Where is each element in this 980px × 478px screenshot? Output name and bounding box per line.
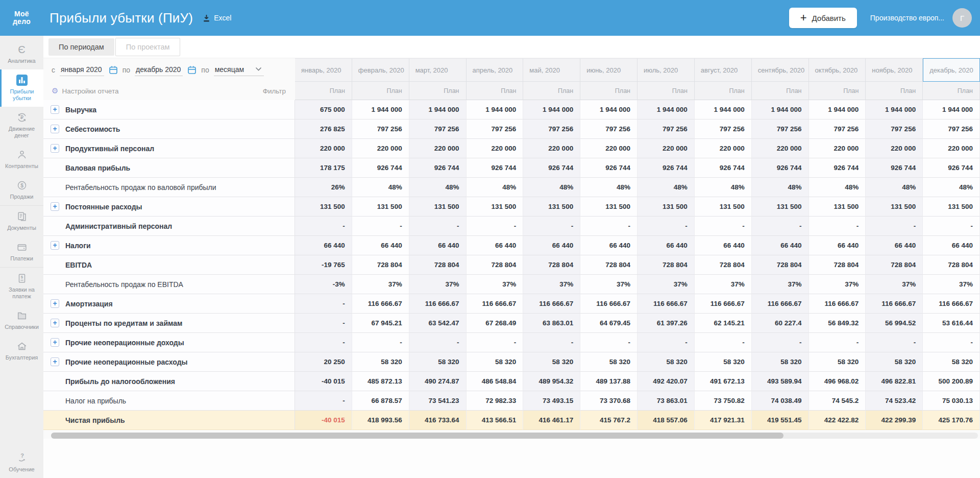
value-cell: 220 000 (467, 139, 524, 158)
value-cell: 66 440 (523, 236, 580, 255)
sidebar-item-directories[interactable]: Справочники (0, 305, 43, 336)
value-cell: - (638, 217, 695, 236)
month-header-cell[interactable]: ноябрь, 2020 (866, 58, 923, 82)
month-header-cell[interactable]: август, 2020 (695, 58, 752, 82)
value-cell: 116 666.67 (409, 294, 467, 314)
expand-row-button[interactable]: + (51, 319, 59, 327)
value-cell: - (752, 217, 809, 236)
expand-row-button[interactable]: + (51, 144, 59, 153)
horizontal-scrollbar[interactable] (51, 433, 978, 439)
sidebar-item-training[interactable]: ?Обучение (0, 447, 43, 478)
sidebar-item-label: Движение денег (1, 126, 42, 139)
month-header-cell[interactable]: сентябрь, 2020 (752, 58, 809, 82)
documents-icon (1, 210, 42, 223)
sidebar-item-contractors[interactable]: Контрагенты (0, 144, 43, 175)
value-cell: 58 320 (695, 352, 752, 372)
value-cell: 66 440 (866, 236, 923, 255)
plan-header-cell: План (467, 82, 524, 100)
value-cell: 220 000 (866, 139, 923, 158)
value-cell: 797 256 (352, 119, 409, 139)
scrollbar-thumb[interactable] (51, 433, 783, 439)
expand-row-button[interactable]: + (51, 357, 59, 366)
value-cell: 20 250 (295, 352, 352, 372)
payments-icon (1, 241, 42, 253)
table-row: +Прочие неоперационные расходы20 25058 3… (43, 352, 980, 372)
month-header-cell[interactable]: июнь, 2020 (580, 58, 638, 82)
value-cell: 1 944 000 (695, 100, 752, 119)
sidebar-item-documents[interactable]: Документы (0, 205, 43, 236)
expand-row-button[interactable]: + (51, 241, 59, 250)
expand-row-button[interactable]: + (51, 105, 59, 114)
plan-header-cell: План (295, 82, 352, 100)
expand-row-button[interactable]: + (51, 338, 59, 347)
table-row: Налог на прибыль-66 878.5773 541.2372 98… (43, 391, 980, 411)
calendar-icon[interactable] (187, 65, 197, 75)
report-settings-bar: ⚙ Настройки отчета Фильтр (43, 82, 295, 100)
value-cell: 74 038.49 (752, 391, 809, 411)
sidebar-item-accounting[interactable]: Бухгалтерия (0, 336, 43, 366)
expand-row-button[interactable]: + (51, 125, 59, 133)
app-logo[interactable]: Моё дело (0, 10, 43, 26)
value-cell: 60 227.4 (752, 314, 809, 333)
month-header-cell[interactable]: январь, 2020 (295, 58, 352, 82)
expand-row-button[interactable]: + (51, 299, 59, 308)
value-cell: 131 500 (523, 197, 580, 217)
month-header-cell[interactable]: апрель, 2020 (467, 58, 524, 82)
value-cell: 926 744 (809, 158, 866, 178)
value-cell: - (467, 217, 524, 236)
value-cell: 797 256 (752, 119, 809, 139)
date-from-input[interactable]: января 2020 (60, 64, 104, 76)
row-label-cell: +Проценты по кредитам и займам (43, 314, 295, 333)
value-cell: 74 523.42 (866, 391, 923, 411)
sidebar-item-profit-loss[interactable]: Прибыли убытки (0, 69, 43, 107)
value-cell: 220 000 (409, 139, 467, 158)
sidebar-item-analytics[interactable]: ЄАналитика (0, 39, 43, 69)
value-cell: 48% (695, 178, 752, 197)
month-header-cell[interactable]: март, 2020 (409, 58, 467, 82)
month-header-cell[interactable]: декабрь, 2020 (923, 58, 980, 82)
value-cell: 1 944 000 (352, 100, 409, 119)
plan-header-cell: План (409, 82, 467, 100)
value-cell: 48% (752, 178, 809, 197)
granularity-select[interactable]: месяцам (214, 64, 264, 76)
sidebar-item-sales[interactable]: $Продажи (0, 175, 43, 205)
calendar-icon[interactable] (109, 65, 118, 75)
value-cell: 422 422.82 (809, 411, 866, 430)
row-label-cell: +Постоянные расходы (43, 197, 295, 217)
table-row: +Себестоимость276 825797 256797 256797 2… (43, 119, 980, 139)
sidebar-item-money-flow[interactable]: ₽Движение денег (0, 107, 43, 144)
directories-icon (1, 309, 42, 322)
add-button[interactable]: + Добавить (789, 8, 857, 28)
sidebar-item-label: Справочники (1, 324, 42, 330)
excel-export-button[interactable]: Excel (202, 14, 231, 22)
date-to-input[interactable]: декабрь 2020 (135, 64, 183, 76)
value-cell: 116 666.67 (638, 294, 695, 314)
table-row: EBITDA-19 765728 804728 804728 804728 80… (43, 255, 980, 275)
expand-row-button[interactable]: + (51, 202, 59, 211)
value-cell: 75 030.13 (923, 391, 980, 411)
value-cell: 67 268.49 (467, 314, 524, 333)
row-label: Прибыль до налогообложения (65, 377, 175, 386)
month-header-cell[interactable]: май, 2020 (523, 58, 580, 82)
main-area: По периодамПо проектам с января 2020 по … (43, 36, 980, 478)
month-header-cell[interactable]: октябрь, 2020 (809, 58, 866, 82)
value-cell: - (409, 217, 467, 236)
month-header-cell[interactable]: февраль, 2020 (352, 58, 409, 82)
filter-link[interactable]: Фильтр (263, 87, 286, 95)
avatar[interactable]: Г (952, 8, 972, 28)
company-name[interactable]: Производство европ... (870, 14, 944, 22)
value-cell: 276 825 (295, 119, 352, 139)
plan-header-cell: План (809, 82, 866, 100)
report-settings-link[interactable]: Настройки отчета (62, 87, 118, 95)
value-cell: 116 666.67 (523, 294, 580, 314)
value-cell: 178 175 (295, 158, 352, 178)
tab-by-projects[interactable]: По проектам (115, 38, 181, 56)
month-header-cell[interactable]: июль, 2020 (638, 58, 695, 82)
value-cell: 797 256 (866, 119, 923, 139)
sidebar-item-payments[interactable]: Платежи (0, 236, 43, 267)
value-cell: 48% (467, 178, 524, 197)
tab-by-periods[interactable]: По периодам (48, 38, 114, 56)
svg-text:₽: ₽ (20, 115, 23, 120)
value-cell: 116 666.67 (752, 294, 809, 314)
sidebar-item-payment-request[interactable]: $Заявки на платеж (0, 267, 43, 305)
